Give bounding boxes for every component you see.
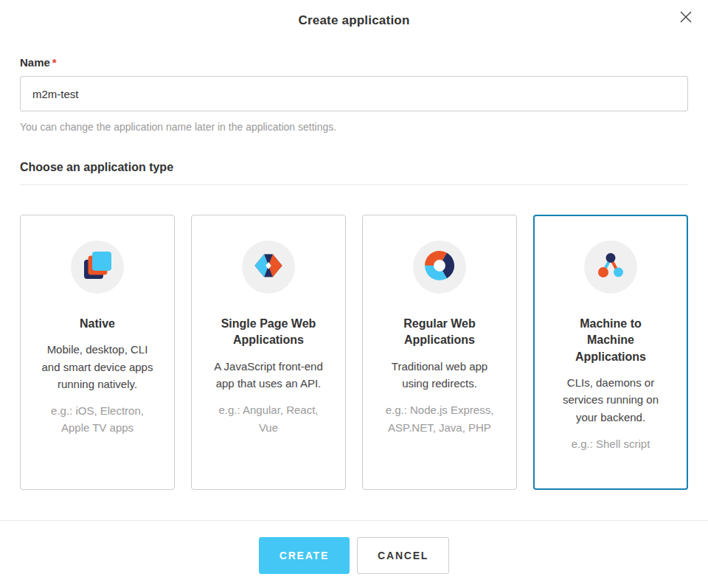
icon-circle	[413, 241, 466, 294]
cancel-button[interactable]: CANCEL	[357, 537, 449, 574]
icon-circle	[71, 241, 124, 294]
create-button[interactable]: CREATE	[259, 537, 350, 574]
card-example: e.g.: iOS, Electron, Apple TV apps	[38, 402, 156, 437]
application-name-input[interactable]	[20, 76, 688, 111]
icon-circle	[242, 241, 295, 294]
card-example: e.g.: Angular, React, Vue	[209, 401, 327, 436]
card-title: Single Page Web Applications	[220, 316, 317, 349]
card-title: Native	[49, 316, 146, 332]
name-label: Name	[20, 56, 50, 69]
app-type-card-regular-web[interactable]: Regular Web Applications Traditional web…	[362, 215, 517, 490]
icon-circle	[584, 241, 637, 294]
network-nodes-icon	[594, 249, 627, 285]
modal-header: Create application	[0, 0, 708, 28]
stacked-squares-icon	[81, 249, 114, 285]
modal-title: Create application	[0, 13, 708, 28]
app-type-card-native[interactable]: Native Mobile, desktop, CLI and smart de…	[20, 215, 175, 490]
name-help-text: You can change the application name late…	[20, 121, 688, 133]
name-label-row: Name*	[20, 56, 688, 69]
close-button[interactable]	[676, 7, 696, 28]
app-type-card-machine-to-machine[interactable]: Machine to Machine Applications CLIs, da…	[533, 215, 688, 490]
application-type-heading: Choose an application type	[20, 161, 688, 174]
modal-footer: CREATE CANCEL	[0, 521, 708, 586]
card-example: e.g.: Shell script	[552, 435, 670, 452]
modal-content: Name* You can change the application nam…	[0, 56, 708, 490]
diamond-chevrons-icon	[252, 249, 285, 285]
application-type-cards: Native Mobile, desktop, CLI and smart de…	[20, 215, 688, 490]
card-description: Traditional web app using redirects.	[381, 358, 499, 392]
required-asterisk: *	[52, 56, 57, 69]
close-icon	[678, 10, 693, 27]
segmented-ring-icon	[423, 249, 456, 285]
card-title: Regular Web Applications	[391, 316, 488, 349]
card-title: Machine to Machine Applications	[562, 316, 659, 365]
card-description: A JavaScript front-end app that uses an …	[209, 358, 327, 392]
section-divider	[20, 184, 688, 185]
card-example: e.g.: Node.js Express, ASP.NET, Java, PH…	[381, 401, 499, 436]
card-description: Mobile, desktop, CLI and smart device ap…	[38, 341, 156, 392]
app-type-card-spa[interactable]: Single Page Web Applications A JavaScrip…	[191, 215, 346, 490]
card-description: CLIs, daemons or services running on you…	[552, 374, 670, 426]
